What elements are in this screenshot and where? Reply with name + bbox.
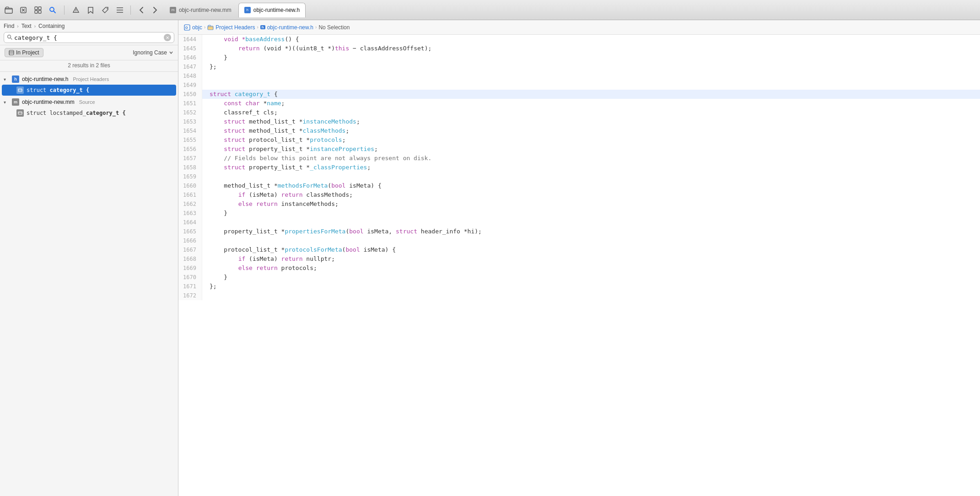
svg-rect-21 <box>18 89 22 92</box>
editor: O objc › Project Headers › h objc-runtim… <box>178 20 980 496</box>
line-content-1666 <box>202 236 980 245</box>
find-chevron2: › <box>34 24 36 29</box>
code-line-1671: 1671 }; <box>178 282 980 291</box>
code-line-1645: 1645 return (void *)((uint8_t *)this − c… <box>178 44 980 53</box>
tree-group-h: ▾ h objc-runtime-new.h Project Headers s… <box>0 74 178 96</box>
toolbar: m objc-runtime-new.mm h objc-runtime-new… <box>0 0 980 20</box>
line-content-1649 <box>202 81 980 90</box>
code-line-1659: 1659 <box>178 172 980 181</box>
case-chevron-icon <box>169 50 173 55</box>
line-content-1648 <box>202 71 980 81</box>
line-content-1654: struct method_list_t *classMethods; <box>202 126 980 135</box>
result-text-h-1: struct category_t { <box>27 87 89 93</box>
line-num-1653: 1653 <box>178 117 202 126</box>
line-num-1669: 1669 <box>178 264 202 273</box>
bc-file-icon: h <box>260 25 265 29</box>
svg-line-17 <box>11 38 12 39</box>
nav-next-button[interactable] <box>150 5 160 15</box>
line-content-1660: method_list_t *methodsForMeta(bool isMet… <box>202 181 980 190</box>
containing-label: Containing <box>38 23 65 29</box>
search-input[interactable] <box>14 34 162 41</box>
find-bar: Find › Text › Containing ✕ <box>0 20 178 45</box>
line-num-1661: 1661 <box>178 190 202 199</box>
tree-group-header-h[interactable]: ▾ h objc-runtime-new.h Project Headers <box>0 74 178 85</box>
case-button[interactable]: Ignoring Case <box>133 49 173 56</box>
line-num-1664: 1664 <box>178 218 202 227</box>
code-line-1651: 1651 const char *name; <box>178 99 980 108</box>
bc-project-headers[interactable]: Project Headers <box>207 24 255 31</box>
tree-group-header-mm[interactable]: ▾ m objc-runtime-new.mm Source <box>0 97 178 108</box>
file-group-h: Project Headers <box>73 76 109 82</box>
line-content-1653: struct method_list_t *instanceMethods; <box>202 117 980 126</box>
bc-sep2: › <box>257 25 258 30</box>
results-tree: ▾ h objc-runtime-new.h Project Headers s… <box>0 72 178 496</box>
bc-objc-icon: O <box>184 24 190 31</box>
code-line-1667: 1667 protocol_list_t *protocolsForMeta(b… <box>178 245 980 254</box>
line-content-1667: protocol_list_t *protocolsForMeta(bool i… <box>202 245 980 254</box>
line-num-1660: 1660 <box>178 181 202 190</box>
line-num-1665: 1665 <box>178 227 202 236</box>
line-num-1648: 1648 <box>178 71 202 81</box>
file-icon-mm: m <box>12 98 19 106</box>
search-box[interactable]: ✕ <box>4 32 174 43</box>
sidebar: Find › Text › Containing ✕ <box>0 20 178 496</box>
code-line-1648: 1648 <box>178 71 980 81</box>
line-num-1650: 1650 <box>178 90 202 99</box>
line-num-1645: 1645 <box>178 44 202 53</box>
line-content-1645: return (void *)((uint8_t *)this − classA… <box>202 44 980 53</box>
warning-icon[interactable] <box>71 5 81 15</box>
code-line-1664: 1664 <box>178 218 980 227</box>
line-num-1646: 1646 <box>178 53 202 62</box>
result-struct-icon-h <box>16 86 24 94</box>
code-line-1646: 1646 } <box>178 53 980 62</box>
line-num-1670: 1670 <box>178 273 202 282</box>
line-content-1662: else return instanceMethods; <box>202 199 980 209</box>
line-content-1658: struct property_list_t *_classProperties… <box>202 163 980 172</box>
line-content-1672 <box>202 291 980 300</box>
code-line-1668: 1668 if (isMeta) return nullptr; <box>178 254 980 264</box>
search-icon[interactable] <box>48 5 58 15</box>
line-content-1670: } <box>202 273 980 282</box>
line-content-1664 <box>202 218 980 227</box>
line-content-1651: const char *name; <box>202 99 980 108</box>
line-content-1663: } <box>202 209 980 218</box>
result-text-mm-1: struct locstamped_category_t { <box>27 110 126 116</box>
close-icon[interactable] <box>18 5 28 15</box>
bc-objc[interactable]: O objc <box>184 24 202 31</box>
line-num-1663: 1663 <box>178 209 202 218</box>
toolbar-separator <box>64 5 65 15</box>
scope-icon <box>9 50 14 55</box>
line-content-1646: } <box>202 53 980 62</box>
clear-search-button[interactable]: ✕ <box>164 34 171 41</box>
nav-prev-button[interactable] <box>136 5 146 15</box>
code-line-1660: 1660 method_list_t *methodsForMeta(bool … <box>178 181 980 190</box>
bc-filename[interactable]: h objc-runtime-new.h <box>260 24 313 31</box>
main-area: Find › Text › Containing ✕ <box>0 20 980 496</box>
line-content-1647: }; <box>202 62 980 71</box>
folder-icon[interactable] <box>4 5 14 15</box>
tree-toggle-h: ▾ <box>4 77 9 82</box>
list-icon[interactable] <box>115 5 125 15</box>
tree-result-h-1[interactable]: struct category_t { <box>2 85 176 96</box>
tag-icon[interactable] <box>100 5 110 15</box>
svg-rect-18 <box>9 50 14 55</box>
scope-button[interactable]: In Project <box>5 48 43 57</box>
tab-mm[interactable]: m objc-runtime-new.mm <box>164 3 237 17</box>
code-line-1663: 1663 } <box>178 209 980 218</box>
code-line-1661: 1661 if (isMeta) return classMethods; <box>178 190 980 199</box>
file-name-mm: objc-runtime-new.mm <box>22 99 75 105</box>
line-content-1650: struct category_t { <box>202 90 980 99</box>
bookmark-icon[interactable] <box>86 5 96 15</box>
svg-rect-23 <box>18 112 22 114</box>
find-breadcrumb: Find › Text › Containing <box>4 23 174 29</box>
svg-rect-27 <box>208 26 213 30</box>
line-content-1668: if (isMeta) return nullptr; <box>202 254 980 264</box>
find-chevron1: › <box>17 24 18 29</box>
line-content-1665: property_list_t *propertiesForMeta(bool … <box>202 227 980 236</box>
svg-rect-4 <box>35 7 38 10</box>
tab-h[interactable]: h objc-runtime-new.h <box>238 3 306 17</box>
tree-result-mm-1[interactable]: struct locstamped_category_t { <box>0 108 178 119</box>
line-num-1656: 1656 <box>178 145 202 154</box>
grid-icon[interactable] <box>33 5 43 15</box>
code-area[interactable]: 1644 void *baseAddress() { 1645 return (… <box>178 35 980 496</box>
